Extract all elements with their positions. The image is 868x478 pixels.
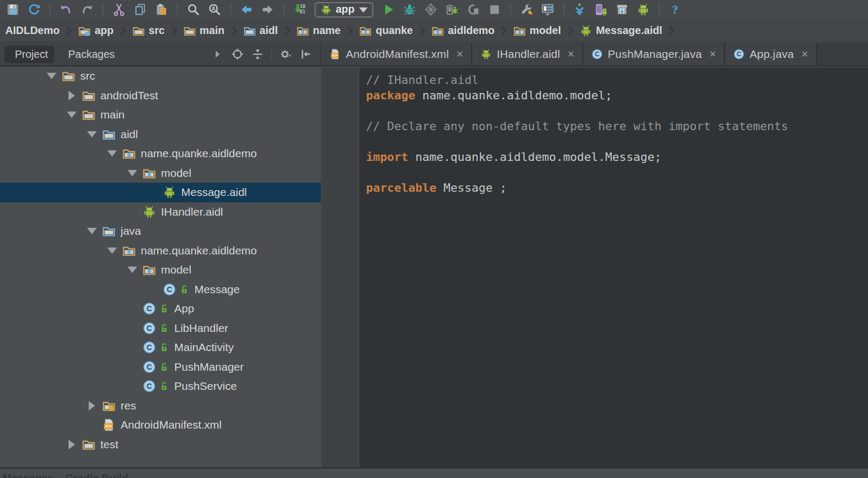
locate-button[interactable] xyxy=(229,46,245,62)
tree-row[interactable]: androidTest xyxy=(0,86,321,106)
breadcrumb-item[interactable]: quanke xyxy=(359,19,413,42)
tool-window-button[interactable]: Gradle Build xyxy=(65,472,129,478)
tree-expand-arrow[interactable] xyxy=(122,260,142,280)
avd-manager-button[interactable] xyxy=(593,2,609,18)
hide-panel-button[interactable] xyxy=(298,46,314,62)
breadcrumb-item[interactable]: model xyxy=(513,19,561,42)
tree-row[interactable]: name.quanke.aidldemo xyxy=(0,241,321,261)
package-folder-icon xyxy=(513,24,526,37)
breadcrumb-item[interactable]: AIDLDemo xyxy=(5,19,59,42)
tree-expand-arrow[interactable] xyxy=(62,435,82,455)
tree-row[interactable]: java xyxy=(0,221,321,241)
editor-tab[interactable]: C PushManager.java × xyxy=(583,43,725,65)
collapse-all-icon xyxy=(251,48,264,61)
replace-button[interactable]: A xyxy=(207,2,223,18)
close-icon[interactable]: × xyxy=(567,48,574,60)
tree-expand-arrow[interactable] xyxy=(102,144,122,164)
gradle-sync-icon xyxy=(573,3,586,16)
editor[interactable]: // IHandler.aidlpackage name.quanke.aidl… xyxy=(321,67,868,467)
sdk-updates-button[interactable] xyxy=(614,2,630,18)
gear-button[interactable] xyxy=(278,46,294,62)
collapse-all-button[interactable] xyxy=(250,46,266,62)
stop-button[interactable] xyxy=(487,2,503,18)
sdk-updates-icon xyxy=(615,3,629,16)
tree-row[interactable]: C PushService xyxy=(0,377,321,396)
run-config-selector[interactable]: app xyxy=(314,2,373,18)
tree-row[interactable]: <>AndroidManifest.xml xyxy=(0,415,321,435)
breadcrumb-item[interactable]: main xyxy=(183,19,225,42)
code-area[interactable]: // IHandler.aidlpackage name.quanke.aidl… xyxy=(359,67,788,467)
tree-row[interactable]: C MainActivity xyxy=(0,338,321,357)
redo-button[interactable] xyxy=(79,2,95,18)
folder-icon xyxy=(132,24,145,37)
debug-button[interactable] xyxy=(402,2,418,18)
breadcrumb-item[interactable]: name xyxy=(296,19,341,42)
breadcrumb-item[interactable]: app xyxy=(78,19,114,42)
copy-button[interactable] xyxy=(132,2,148,18)
visibility-lock-icon xyxy=(159,342,169,353)
tree-row[interactable]: model xyxy=(0,260,321,280)
breadcrumb-label: src xyxy=(149,24,165,37)
forward-button[interactable] xyxy=(260,2,276,18)
gradle-sync-button[interactable] xyxy=(572,2,588,18)
editor-tab[interactable]: IHandler.aidl × xyxy=(472,43,583,65)
sdk-manager-button[interactable] xyxy=(518,2,534,18)
copy-icon xyxy=(133,3,147,16)
breadcrumb-item[interactable]: src xyxy=(132,19,165,42)
tree-row[interactable]: C App xyxy=(0,299,321,319)
attach-debugger-button[interactable] xyxy=(444,2,460,18)
close-icon[interactable]: × xyxy=(801,48,808,60)
find-button[interactable] xyxy=(185,2,201,18)
tree-arrow-spacer xyxy=(142,280,163,300)
tree-expand-arrow[interactable] xyxy=(82,125,102,144)
tree-expand-arrow[interactable] xyxy=(102,241,122,261)
tree-expand-arrow[interactable] xyxy=(82,221,102,241)
tree-row[interactable]: Message.aidl xyxy=(0,183,321,202)
tool-window-button[interactable]: Messages xyxy=(3,472,54,478)
profile-button[interactable] xyxy=(465,2,481,18)
tree-expand-arrow[interactable] xyxy=(82,396,102,416)
device-monitor-button[interactable] xyxy=(540,2,556,18)
tree-row[interactable]: res xyxy=(0,396,321,416)
android-monitor-button[interactable] xyxy=(635,2,651,18)
cut-button[interactable] xyxy=(111,2,127,18)
tree-row[interactable]: C Message xyxy=(0,280,321,300)
tab-packages[interactable]: Packages xyxy=(57,46,121,63)
update-button[interactable]: 10 01 xyxy=(292,2,308,18)
tree-row[interactable]: aidl xyxy=(0,125,321,144)
tree-row[interactable]: main xyxy=(0,105,321,125)
breadcrumb-item[interactable]: Message.aidl xyxy=(580,19,662,42)
tab-project[interactable]: Project xyxy=(4,46,54,63)
synchronize-button[interactable] xyxy=(26,2,42,18)
tree-expand-arrow[interactable] xyxy=(62,86,82,106)
main-toolbar: A 10 01 app xyxy=(0,0,868,19)
breadcrumb-item[interactable]: aidldemo xyxy=(431,19,495,42)
editor-tab[interactable]: C App.java × xyxy=(725,43,817,65)
run-button[interactable] xyxy=(380,2,396,18)
project-tool-window-header: Project Packages xyxy=(0,43,321,66)
help-button[interactable]: ? xyxy=(667,2,683,18)
tree-expand-arrow[interactable] xyxy=(62,105,82,125)
tree-row[interactable]: IHandler.aidl xyxy=(0,202,321,222)
run-coverage-button[interactable] xyxy=(423,2,439,18)
editor-tab[interactable]: <> AndroidManifest.xml × xyxy=(321,43,472,65)
tree-row[interactable]: model xyxy=(0,164,321,183)
project-tree[interactable]: src androidTest main aidl name.quanke.ai… xyxy=(0,66,321,467)
tree-expand-arrow[interactable] xyxy=(41,66,62,86)
close-icon[interactable]: × xyxy=(709,48,716,60)
paste-button[interactable] xyxy=(154,2,169,18)
tree-row[interactable]: C LibHandler xyxy=(0,319,321,338)
undo-button[interactable] xyxy=(58,2,74,18)
tree-row[interactable]: src xyxy=(0,66,321,86)
tree-row[interactable]: name.quanke.aidldemo xyxy=(0,144,321,164)
breadcrumb-item[interactable]: aidl xyxy=(243,19,278,42)
tree-expand-arrow[interactable] xyxy=(122,164,142,183)
chevron-expanded-icon xyxy=(127,170,137,176)
tree-row[interactable]: test xyxy=(0,435,321,455)
save-all-button[interactable] xyxy=(5,2,21,18)
tree-row-label: PushService xyxy=(174,380,237,392)
tree-row[interactable]: C PushManager xyxy=(0,357,321,377)
close-icon[interactable]: × xyxy=(456,48,463,60)
chevron-right-button[interactable] xyxy=(209,46,225,62)
back-button[interactable] xyxy=(239,2,254,18)
